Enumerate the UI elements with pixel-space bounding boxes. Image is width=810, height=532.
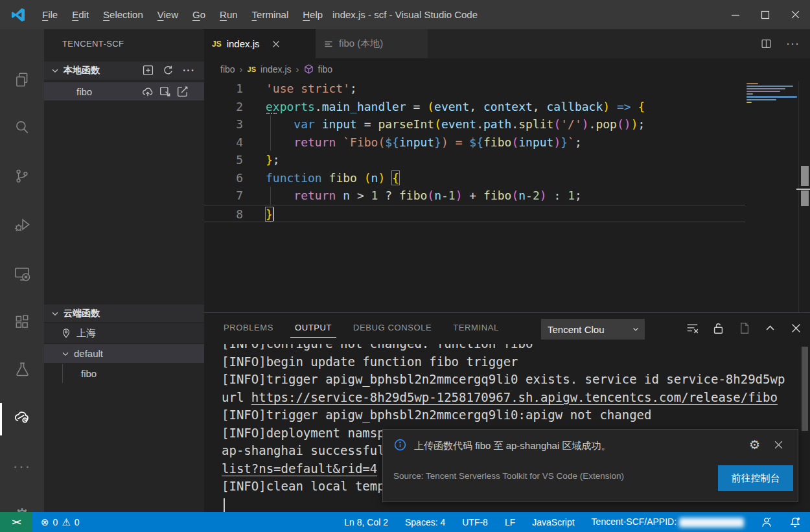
feedback-icon[interactable] [761,516,772,528]
extensions-icon[interactable] [0,306,44,338]
cloud-function-fibo[interactable]: fibo [44,364,204,383]
open-output-file-icon[interactable] [738,322,750,334]
terminal-cursor [224,498,225,513]
split-editor-icon[interactable] [761,38,772,49]
encoding[interactable]: UTF-8 [462,517,488,527]
section-label: 云端函数 [64,308,100,319]
maximize-icon[interactable] [750,0,780,29]
go-to-console-button[interactable]: 前往控制台 [718,465,793,491]
breadcrumb-folder[interactable]: fibo [220,64,235,75]
output-text: url [222,390,251,404]
status-bar: >< ⊗ 0 ⚠ 0 Ln 8, Col 2 Spaces: 4 UTF-8 L… [0,512,810,532]
panel-tab-output[interactable]: OUTPUT [295,323,332,334]
panel-tab-terminal[interactable]: TERMINAL [453,323,499,334]
code-line-1[interactable]: 1'use strict'; [204,80,810,98]
scrollbar-thumb[interactable] [801,191,809,206]
refresh-icon[interactable] [163,65,174,76]
search-icon[interactable] [0,112,44,143]
edit-icon[interactable] [177,86,189,97]
tencent-scf-icon[interactable] [0,402,44,433]
sidebar-title: TENCENT-SCF [62,39,124,49]
add-function-icon[interactable] [143,65,154,76]
menu-edit[interactable]: Edit [65,0,96,29]
minimap-line [746,83,758,84]
indent-guide [62,364,63,383]
namespace-default[interactable]: default [44,344,204,363]
code-line-3[interactable]: 3 var input = parseInt(event.path.split(… [204,115,810,133]
section-more-icon[interactable]: ··· [183,65,195,76]
deploy-cloud-upload-icon[interactable] [142,86,154,97]
more-actions-icon[interactable]: ··· [0,451,44,482]
close-panel-icon[interactable] [790,322,802,334]
menu-go[interactable]: Go [185,0,213,29]
editor-scrollbar[interactable] [798,81,810,312]
breadcrumb-symbol[interactable]: fibo [318,64,333,75]
remote-indicator[interactable]: >< [0,512,32,532]
menu-view[interactable]: View [150,0,185,29]
indentation[interactable]: Spaces: 4 [405,517,445,527]
close-tab-icon[interactable] [272,40,281,49]
remote-explorer-icon[interactable] [0,258,44,289]
menu-selection[interactable]: Selection [96,0,150,29]
output-channel-select[interactable]: Tencent Clou [541,319,645,340]
editor-more-icon[interactable]: ··· [786,37,800,51]
output-link[interactable]: list?ns=default&rid=4 [222,461,377,476]
appid-status[interactable]: Tencent-SCF/APPID: [592,516,744,527]
test-beaker-icon[interactable] [0,354,44,385]
menu-run[interactable]: Run [213,0,245,29]
vscode-logo [10,7,26,23]
cursor-position[interactable]: Ln 8, Col 2 [344,517,388,527]
tab-fibo-local[interactable]: fibo (本地) [316,29,428,58]
notifications-bell-icon[interactable] [789,516,801,528]
scrollbar-thumb[interactable] [801,166,809,186]
breadcrumb-file[interactable]: index.js [260,64,291,75]
tab-bar: JS index.js fibo (本地) ··· [204,29,810,58]
run-debug-icon[interactable] [0,209,44,240]
code-line-7[interactable]: 7 return n > 1 ? fibo(n-1) + fibo(n-2) :… [204,187,810,205]
clear-output-icon[interactable] [686,322,699,334]
panel-tab-problems[interactable]: PROBLEMS [224,323,273,334]
breadcrumb-separator: › [240,64,243,75]
output-link[interactable]: https://service-8h29d5wp-1258170967.sh.a… [251,390,778,404]
editor-group: JS index.js fibo (本地) ··· fibo › JS inde… [204,29,810,312]
local-function-fibo[interactable]: fibo [44,82,204,100]
close-window-icon[interactable] [780,0,810,29]
open-window-icon[interactable] [159,86,171,97]
menu-terminal[interactable]: Terminal [245,0,296,29]
minimize-icon[interactable] [721,0,750,29]
code-line-8[interactable]: 8} [204,205,745,223]
menu-help[interactable]: Help [295,0,330,29]
code-line-5[interactable]: 5}; [204,151,810,169]
notification-settings-gear-icon[interactable]: ⚙ [749,437,760,452]
region-shanghai[interactable]: 上海 [44,323,204,343]
section-cloud-functions[interactable]: 云端函数 [44,305,204,322]
code-area[interactable]: 1'use strict';2exports.main_handler = (e… [204,80,810,312]
code-text: } [243,205,274,222]
section-local-functions[interactable]: 本地函数 ··· [44,62,204,80]
unlock-icon[interactable] [712,322,724,334]
notification-close-icon[interactable] [774,440,783,450]
symbol-cube-icon [304,64,314,74]
source-control-icon[interactable] [0,161,44,192]
line-number: 1 [204,80,243,98]
language-mode[interactable]: JavaScript [532,517,574,527]
line-number: 6 [204,169,243,187]
code-line-2[interactable]: 2exports.main_handler = (event, context,… [204,98,810,116]
output-line: [INFO]trigger apigw_bphsbl2n2mmcergq9li0… [204,406,800,424]
region-label: 上海 [76,327,96,340]
code-line-4[interactable]: 4 return `Fibo(${input}) = ${fibo(input)… [204,133,810,152]
tab-index-js[interactable]: JS index.js [204,29,316,58]
panel-scrollbar-thumb[interactable] [802,347,808,431]
explorer-icon[interactable] [0,64,44,95]
maximize-panel-icon[interactable] [764,322,776,334]
panel-tab-debug-console[interactable]: DEBUG CONSOLE [353,323,432,334]
line-number: 2 [204,98,243,116]
vscode-window: { "window": { "title": "index.js - scf -… [0,0,810,532]
minimap-line [746,86,793,87]
eol-sequence[interactable]: LF [505,517,515,527]
problems-status[interactable]: ⊗ 0 ⚠ 0 [41,516,80,528]
panel-tabs: PROBLEMSOUTPUTDEBUG CONSOLETERMINAL [224,313,499,343]
minimap[interactable] [746,83,797,104]
code-line-6[interactable]: 6function fibo (n) { [204,169,810,187]
menu-file[interactable]: File [35,0,65,29]
